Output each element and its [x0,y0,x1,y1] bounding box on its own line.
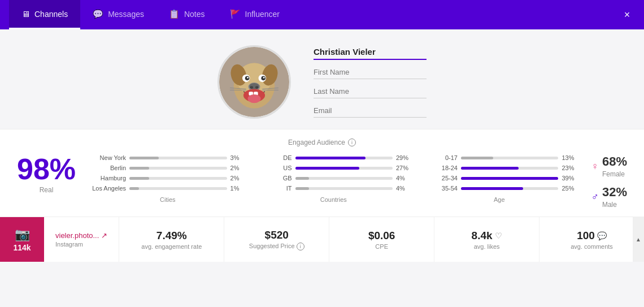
svg-point-18 [248,94,261,103]
bar-row: Los Angeles 1% [89,185,246,192]
bar-row: Hamburg 2% [89,175,246,181]
header: 🖥 Channels 💬 Messages 📋 Notes 🚩 Influenc… [0,0,644,29]
comments-label: avg. comments [571,243,613,250]
price-label: Suggested Price i [249,243,304,250]
instagram-badge: 📷 114k [0,217,44,262]
metric-engagement: 7.49% avg. engagement rate [119,217,224,262]
female-pct: 68% [602,154,627,169]
platform-label: Instagram [55,241,107,248]
profile-link-col: vieler.photo... ↗ Instagram [44,217,119,262]
tab-influencer-label: Influencer [245,10,280,19]
comment-icon: 💬 [597,231,607,240]
metric-price: $520 Suggested Price i [224,217,329,262]
countries-title: Countries [255,196,412,203]
male-icon: ♂ [591,191,599,203]
avatar [217,45,291,119]
bar-row: GB 4% [255,175,412,181]
engaged-audience-label: Engaged Audience i [17,139,627,146]
cities-group: New York 3% Berlin 2% Hamburg 2% Los Ang… [85,154,250,203]
last-name-field[interactable] [314,85,427,98]
price-info-icon: i [297,243,304,250]
male-pct: 32% [602,185,627,200]
svg-point-9 [247,77,249,79]
bar-row: New York 3% [89,154,246,161]
metric-comments: 100 💬 avg. comments [539,217,644,262]
tab-notes-label: Notes [184,10,205,19]
profile-link[interactable]: vieler.photo... ↗ [55,231,107,240]
metric-likes: 8.4k ♡ avg. likes [434,217,539,262]
bar-row: Berlin 2% [89,165,246,171]
cities-title: Cities [89,196,246,203]
cpe-label: CPE [375,243,388,250]
scroll-up-button[interactable]: ▲ [633,217,644,262]
real-score: 98% Real [17,154,85,194]
bottom-bar: 📷 114k vieler.photo... ↗ Instagram 7.49%… [0,217,644,262]
female-icon: ♀ [591,161,599,172]
bar-row: 18-24 23% [421,165,577,171]
tab-notes[interactable]: 📋 Notes [156,0,217,29]
countries-group: DE 29% US 27% GB 4% IT 4% Countries [251,154,416,203]
bar-row: 35-54 25% [421,185,577,192]
tab-messages-label: Messages [108,10,144,19]
female-label: Female [602,170,627,178]
bar-row: 0-17 13% [421,154,577,161]
svg-point-13 [250,86,253,89]
bar-row: US 27% [255,165,412,171]
followers-count: 114k [13,243,31,252]
gender-female: ♀ 68% Female [591,154,627,178]
cpe-value: $0.06 [368,230,395,242]
instagram-icon: 📷 [15,227,30,242]
info-icon: i [348,139,356,146]
email-field[interactable] [314,104,427,118]
age-title: Age [421,196,577,203]
age-group: 0-17 13% 18-24 23% 25-34 39% 35-54 25% A… [416,154,582,203]
first-name-field[interactable] [314,66,427,79]
tab-influencer[interactable]: 🚩 Influencer [217,0,292,29]
metric-cpe: $0.06 CPE [329,217,434,262]
nav-tabs: 🖥 Channels 💬 Messages 📋 Notes 🚩 Influenc… [9,0,292,29]
profile-fields: Christian Vieler [314,47,427,118]
likes-value: 8.4k ♡ [472,230,502,242]
profile-section: Christian Vieler [0,29,644,129]
real-percent: 98% [17,154,76,184]
messages-icon: 💬 [93,9,103,19]
channels-icon: 🖥 [21,9,30,19]
comments-value: 100 💬 [577,230,607,242]
likes-label: avg. likes [474,243,500,250]
external-link-icon: ↗ [101,231,107,240]
svg-point-10 [263,77,265,79]
real-label: Real [40,186,54,194]
notes-icon: 📋 [169,9,180,19]
tab-channels-label: Channels [34,10,68,19]
svg-point-14 [255,86,259,89]
gender-col: ♀ 68% Female ♂ 32% Male [582,154,627,209]
stats-grid: 98% Real New York 3% Berlin 2% Hamburg 2… [17,154,627,209]
engagement-value: 7.49% [156,230,187,242]
engagement-label: avg. engagement rate [141,243,202,250]
close-button[interactable]: × [619,7,635,23]
heart-icon: ♡ [495,231,502,240]
price-value: $520 [265,229,289,241]
bar-row: 25-34 39% [421,175,577,181]
bar-row: DE 29% [255,154,412,161]
tab-channels[interactable]: 🖥 Channels [9,0,80,29]
male-label: Male [602,201,627,209]
bar-row: IT 4% [255,185,412,192]
profile-name: Christian Vieler [314,47,427,60]
stats-section: Engaged Audience i 98% Real New York 3% … [0,129,644,217]
tab-messages[interactable]: 💬 Messages [80,0,156,29]
influencer-icon: 🚩 [230,9,241,19]
gender-male: ♂ 32% Male [591,185,627,209]
